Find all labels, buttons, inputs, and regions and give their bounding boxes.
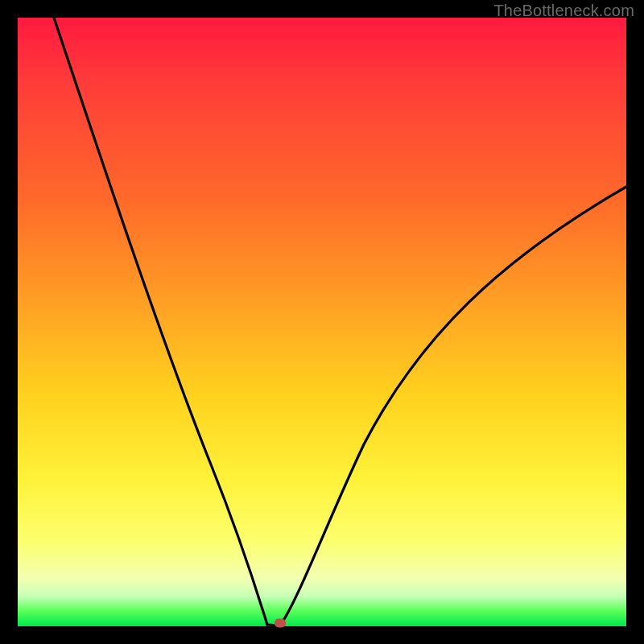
trough-marker: [275, 619, 286, 628]
chart-frame: TheBottleneck.com: [0, 0, 644, 644]
plot-area: [18, 18, 626, 626]
bottleneck-curve: [18, 18, 626, 626]
watermark-text: TheBottleneck.com: [493, 2, 634, 20]
curve-right: [280, 187, 626, 625]
curve-left: [54, 18, 267, 625]
